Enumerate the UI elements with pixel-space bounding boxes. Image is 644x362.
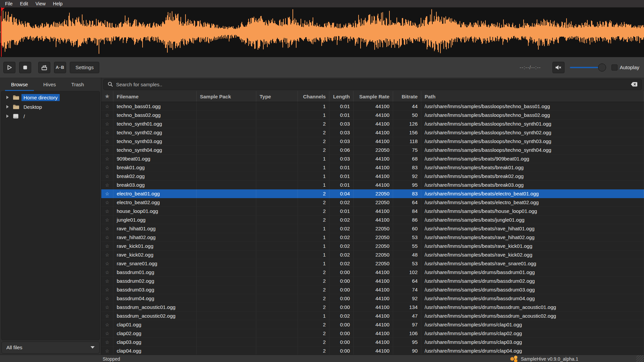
tree-item-home-directory[interactable]: Home directory <box>1 93 100 102</box>
table-row[interactable]: ☆bassdrum01.ogg20:0044100102/usr/share/l… <box>101 268 644 277</box>
menu-item-file[interactable]: File <box>1 0 16 7</box>
table-row[interactable]: ☆909beat01.ogg10:034410068/usr/share/lmm… <box>101 154 644 163</box>
tab-browse[interactable]: Browse <box>3 78 36 91</box>
loop-button[interactable] <box>38 62 50 73</box>
star-icon[interactable]: ☆ <box>101 207 113 216</box>
table-row[interactable]: ☆techno_synth01.ogg20:0344100126/usr/sha… <box>101 120 644 128</box>
menu-item-help[interactable]: Help <box>49 0 66 7</box>
star-icon[interactable]: ☆ <box>101 320 113 329</box>
star-icon[interactable]: ☆ <box>101 303 113 312</box>
waveform-panel[interactable] <box>0 7 644 57</box>
table-row[interactable]: ☆clap04.ogg20:004410090/usr/share/lmms/s… <box>101 347 644 355</box>
column-header-filename[interactable]: Filename <box>113 91 197 102</box>
star-icon[interactable]: ☆ <box>101 259 113 268</box>
star-icon[interactable]: ☆ <box>101 163 113 172</box>
star-icon[interactable]: ☆ <box>101 242 113 251</box>
table-row[interactable]: ☆clap01.ogg20:004410097/usr/share/lmms/s… <box>101 320 644 329</box>
table-row[interactable]: ☆rave_hihat01.ogg10:022205060/usr/share/… <box>101 224 644 233</box>
tree-item--[interactable]: / <box>1 111 100 121</box>
star-icon[interactable]: ☆ <box>101 312 113 320</box>
table-row[interactable]: ☆bassdrum_acoustic01.ogg20:0044100134/us… <box>101 303 644 312</box>
table-row[interactable]: ☆techno_bass02.ogg10:014410050/usr/share… <box>101 111 644 120</box>
column-header-path[interactable]: Path <box>421 91 644 102</box>
table-row[interactable]: ☆bassdrum03.ogg20:004410074/usr/share/lm… <box>101 285 644 294</box>
tab-hives[interactable]: Hives <box>36 78 64 91</box>
autoplay-checkbox[interactable] <box>611 64 618 71</box>
column-header-channels[interactable]: Channels <box>298 91 329 102</box>
file-filter-dropdown[interactable]: All files <box>1 342 100 354</box>
table-row[interactable]: ☆house_loop01.ogg20:014410084/usr/share/… <box>101 207 644 216</box>
column-header-sample-pack[interactable]: Sample Pack <box>197 91 256 102</box>
table-row[interactable]: ☆break03.ogg10:014410095/usr/share/lmms/… <box>101 181 644 189</box>
star-icon[interactable]: ☆ <box>101 128 113 137</box>
star-icon[interactable]: ☆ <box>101 268 113 277</box>
column-header-favorite[interactable]: ★ <box>101 91 113 102</box>
collapse-arrow-icon[interactable] <box>6 96 9 99</box>
star-icon[interactable]: ☆ <box>101 120 113 128</box>
star-icon[interactable]: ☆ <box>101 154 113 163</box>
star-icon[interactable]: ☆ <box>101 146 113 154</box>
table-row[interactable]: ☆techno_synth03.ogg20:0344100118/usr/sha… <box>101 137 644 146</box>
ab-loop-button[interactable]: A-B <box>54 62 66 73</box>
menu-item-edit[interactable]: Edit <box>16 0 32 7</box>
star-icon[interactable]: ☆ <box>101 189 113 198</box>
cell-bitrate: 106 <box>393 329 421 338</box>
table-row[interactable]: ☆jungle01.ogg20:024410086/usr/share/lmms… <box>101 216 644 224</box>
menu-item-view[interactable]: View <box>32 0 49 7</box>
tree-item-desktop[interactable]: Desktop <box>1 102 100 111</box>
star-icon[interactable]: ☆ <box>101 181 113 189</box>
collapse-arrow-icon[interactable] <box>6 115 9 118</box>
table-row[interactable]: ☆bassdrum_acoustic02.ogg10:024410047/usr… <box>101 312 644 320</box>
table-row[interactable]: ☆rave_kick01.ogg10:022205055/usr/share/l… <box>101 242 644 251</box>
volume-slider[interactable] <box>570 63 606 72</box>
table-row[interactable]: ☆electro_beat01.ogg20:042205083/usr/shar… <box>101 189 644 198</box>
table-row[interactable]: ☆rave_hihat02.ogg10:022205053/usr/share/… <box>101 233 644 242</box>
star-icon[interactable]: ☆ <box>101 216 113 224</box>
column-header-bitrate[interactable]: Bitrate <box>393 91 421 102</box>
table-row[interactable]: ☆bassdrum02.ogg20:004410064/usr/share/lm… <box>101 277 644 285</box>
table-row[interactable]: ☆rave_snare01.ogg10:022205053/usr/share/… <box>101 259 644 268</box>
search-placeholder: Search for samples.. <box>116 82 631 87</box>
star-icon[interactable]: ☆ <box>101 294 113 303</box>
volume-slider-knob[interactable] <box>598 63 606 72</box>
star-icon[interactable]: ☆ <box>101 233 113 242</box>
stop-button[interactable] <box>19 62 31 73</box>
table-row[interactable]: ☆electro_beat02.ogg20:022205064/usr/shar… <box>101 198 644 207</box>
table-row[interactable]: ☆clap03.ogg20:004410095/usr/share/lmms/s… <box>101 338 644 347</box>
table-row[interactable]: ☆rave_kick02.ogg10:022205048/usr/share/l… <box>101 251 644 259</box>
tab-trash[interactable]: Trash <box>64 78 92 91</box>
table-row[interactable]: ☆techno_synth02.ogg20:0344100156/usr/sha… <box>101 128 644 137</box>
play-button[interactable] <box>3 62 15 73</box>
star-icon[interactable]: ☆ <box>101 172 113 181</box>
column-header-sample-rate[interactable]: Sample Rate <box>354 91 393 102</box>
cell-bitrate: 156 <box>393 128 421 137</box>
settings-button[interactable]: Settings <box>70 62 99 73</box>
star-icon[interactable]: ☆ <box>101 277 113 285</box>
star-icon[interactable]: ☆ <box>101 137 113 146</box>
table-row[interactable]: ☆bassdrum04.ogg20:004410092/usr/share/lm… <box>101 294 644 303</box>
star-icon[interactable]: ☆ <box>101 111 113 120</box>
star-icon[interactable]: ☆ <box>101 224 113 233</box>
search-input[interactable]: Search for samples.. <box>103 79 642 90</box>
cell-filename: jungle01.ogg <box>113 216 197 224</box>
playhead-marker[interactable] <box>1 7 2 57</box>
star-icon[interactable]: ☆ <box>101 198 113 207</box>
table-row[interactable]: ☆break01.ogg10:014410083/usr/share/lmms/… <box>101 163 644 172</box>
table-row[interactable]: ☆techno_synth04.ogg20:062205075/usr/shar… <box>101 146 644 154</box>
clear-search-icon[interactable] <box>631 82 638 87</box>
star-icon[interactable]: ☆ <box>101 329 113 338</box>
star-icon[interactable]: ☆ <box>101 347 113 355</box>
column-header-length[interactable]: Length <box>329 91 354 102</box>
collapse-arrow-icon[interactable] <box>6 105 9 108</box>
table-row[interactable]: ☆techno_bass01.ogg10:014410044/usr/share… <box>101 102 644 111</box>
resize-grip[interactable] <box>636 355 644 362</box>
table-row[interactable]: ☆break02.ogg10:014410092/usr/share/lmms/… <box>101 172 644 181</box>
table-row[interactable]: ☆clap02.ogg20:0044100106/usr/share/lmms/… <box>101 329 644 338</box>
star-icon[interactable]: ☆ <box>101 285 113 294</box>
star-icon[interactable]: ☆ <box>101 338 113 347</box>
column-header-type[interactable]: Type <box>256 91 298 102</box>
star-icon[interactable]: ☆ <box>101 102 113 111</box>
cell-channels: 2 <box>298 294 329 303</box>
mute-button[interactable] <box>552 62 565 73</box>
star-icon[interactable]: ☆ <box>101 251 113 259</box>
